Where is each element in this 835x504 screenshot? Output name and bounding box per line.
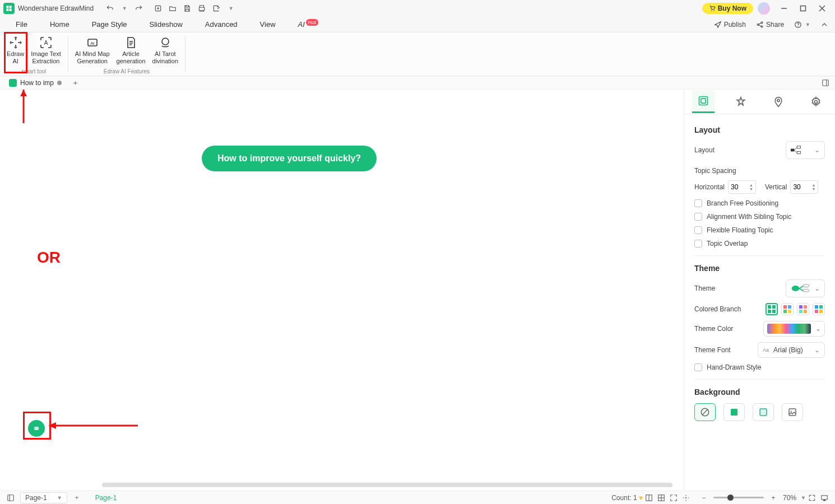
theme-dropdown[interactable]: ⌄ [786, 279, 825, 297]
ai-assistant-fab[interactable] [28, 420, 45, 437]
open-file-button[interactable] [166, 2, 179, 15]
ai-tarot-button[interactable]: AI Tarot divination [149, 35, 182, 66]
undo-dropdown[interactable]: ▼ [118, 2, 131, 15]
help-button[interactable]: ▼ [792, 21, 813, 29]
chevron-down-icon[interactable]: ▼ [801, 495, 806, 501]
svg-rect-36 [772, 305, 776, 309]
bg-option-texture[interactable] [753, 403, 774, 422]
app-title: Wondershare EdrawMind [18, 4, 94, 12]
save-button[interactable] [181, 2, 193, 15]
minimize-button[interactable] [774, 1, 794, 16]
share-button[interactable]: Share [754, 21, 786, 29]
topic-overlap-checkbox[interactable]: Topic Overlap [694, 240, 825, 248]
fit-page-button[interactable] [667, 492, 680, 503]
presentation-button[interactable] [818, 492, 831, 503]
close-button[interactable] [813, 1, 832, 16]
branch-swatch-4[interactable] [813, 303, 825, 315]
new-file-button[interactable] [152, 2, 164, 15]
menu-view[interactable]: View [249, 17, 287, 32]
ai-features-group-label: Edraw AI Features [72, 68, 182, 76]
image-text-label: Image Text Extraction [31, 50, 61, 65]
add-document-tab-button[interactable]: ＋ [69, 77, 81, 88]
horizontal-scrollbar[interactable] [102, 483, 672, 487]
menu-home[interactable]: Home [39, 17, 81, 32]
hand-drawn-checkbox[interactable]: Hand-Drawn Style [694, 363, 825, 371]
svg-point-23 [777, 99, 780, 101]
zoom-out-button[interactable]: − [698, 492, 710, 503]
svg-line-27 [794, 150, 797, 153]
zoom-slider[interactable] [713, 497, 764, 498]
svg-rect-43 [799, 305, 802, 309]
flex-float-label: Flexible Floating Topic [707, 226, 773, 234]
svg-point-63 [685, 497, 686, 498]
svg-rect-25 [791, 149, 794, 152]
heart-icon: ♥ [639, 494, 643, 502]
branch-swatch-2[interactable] [781, 303, 794, 315]
user-avatar[interactable] [758, 2, 770, 15]
horizontal-input[interactable] [731, 183, 745, 191]
center-button[interactable] [680, 492, 692, 503]
ai-mindmap-gen-button[interactable]: AI AI Mind Map Generation [72, 35, 113, 66]
print-button[interactable] [196, 2, 208, 15]
panel-tab-settings[interactable] [805, 91, 827, 113]
hand-drawn-label: Hand-Drawn Style [707, 363, 761, 371]
active-page-tab[interactable]: Page-1 [95, 494, 117, 502]
redo-button[interactable] [133, 2, 145, 15]
topic-overlap-label: Topic Overlap [707, 240, 748, 248]
canvas[interactable]: How to improve yourself quickly? OR [0, 90, 684, 491]
horizontal-spinner[interactable]: ▲▼ [728, 180, 756, 194]
zoom-in-button[interactable]: + [767, 492, 780, 503]
annotation-arrow-2 [48, 420, 138, 431]
branch-free-checkbox[interactable]: Branch Free Positioning [694, 199, 825, 207]
zoom-percent[interactable]: 70% [783, 494, 796, 502]
branch-swatch-1[interactable] [766, 303, 778, 315]
background-heading: Background [694, 388, 825, 396]
svg-rect-35 [768, 305, 771, 309]
vertical-spinner[interactable]: ▲▼ [790, 180, 818, 194]
panel-toggle-button[interactable] [820, 78, 831, 88]
publish-button[interactable]: Publish [712, 21, 748, 29]
bg-option-image[interactable] [782, 403, 803, 422]
buy-now-button[interactable]: Buy Now [702, 3, 753, 14]
flexible-floating-checkbox[interactable]: Flexible Floating Topic [694, 226, 825, 234]
bg-option-none[interactable] [694, 403, 716, 422]
root-node[interactable]: How to improve yourself quickly? [202, 146, 377, 171]
branch-swatch-3[interactable] [797, 303, 809, 315]
fullscreen-button[interactable] [806, 492, 818, 503]
theme-font-label: Theme Font [694, 346, 731, 354]
page-selector[interactable]: Page-1▼ [20, 492, 67, 503]
theme-color-dropdown[interactable]: ⌄ [763, 321, 825, 337]
svg-point-12 [162, 38, 169, 45]
undo-button[interactable] [104, 2, 116, 15]
theme-font-dropdown[interactable]: Aa Arial (Big) ⌄ [758, 342, 825, 358]
bg-option-color[interactable] [723, 403, 745, 422]
panel-tab-layout[interactable] [692, 91, 715, 113]
document-tabs: How to imp ＋ [0, 76, 835, 90]
maximize-button[interactable] [794, 1, 813, 16]
collapse-ribbon-button[interactable] [818, 18, 831, 31]
panel-tab-location[interactable] [767, 91, 790, 113]
document-tab-1[interactable]: How to imp [4, 76, 66, 89]
menu-slideshow[interactable]: Slideshow [138, 17, 194, 32]
vertical-input[interactable] [793, 183, 808, 191]
panel-tabs [684, 90, 835, 114]
align-sibling-label: Alignment With Sibling Topic [707, 213, 791, 221]
edraw-ai-button[interactable]: Edraw AI [3, 35, 27, 66]
export-dropdown[interactable]: ▼ [225, 2, 237, 15]
menu-advanced[interactable]: Advanced [194, 17, 249, 32]
menu-file[interactable]: File [4, 17, 39, 32]
view-mode-1[interactable] [643, 492, 655, 503]
view-mode-2[interactable] [655, 492, 667, 503]
layout-dropdown[interactable]: ⌄ [786, 141, 825, 159]
menu-ai[interactable]: AIHot [287, 17, 330, 32]
outline-toggle-button[interactable] [4, 492, 17, 503]
add-page-button[interactable]: ＋ [71, 492, 83, 503]
menu-page-style[interactable]: Page Style [81, 17, 138, 32]
export-button[interactable] [210, 2, 222, 15]
article-gen-button[interactable]: Article generation [113, 35, 149, 66]
image-text-extraction-button[interactable]: A Image Text Extraction [27, 35, 64, 66]
align-sibling-checkbox[interactable]: Alignment With Sibling Topic [694, 213, 825, 221]
svg-marker-20 [48, 422, 56, 429]
panel-tab-style[interactable] [730, 91, 752, 113]
svg-point-16 [37, 428, 38, 429]
